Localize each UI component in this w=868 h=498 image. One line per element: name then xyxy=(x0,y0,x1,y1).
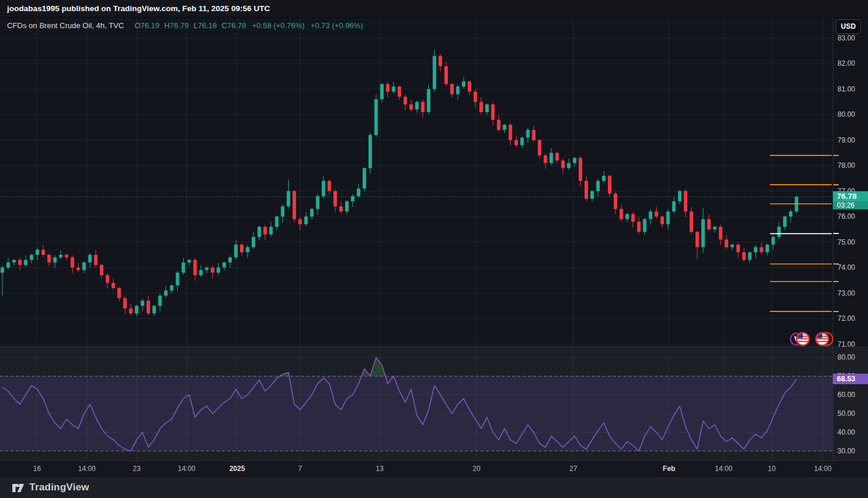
candle-up xyxy=(549,153,553,163)
rsi-tick-label: 80.00 xyxy=(837,353,855,361)
candle-up xyxy=(415,102,418,110)
candle-up xyxy=(12,260,16,262)
us-flag-event-icon[interactable] xyxy=(815,332,833,346)
candle-up xyxy=(374,99,378,135)
candle-up xyxy=(24,260,28,265)
time-scale[interactable]: 1614:002314:0020257132027Feb14:001014:00 xyxy=(0,460,868,476)
candle-down xyxy=(298,219,302,225)
candle-up xyxy=(176,273,180,286)
candle-up xyxy=(626,214,629,219)
event-icons-canvas[interactable] xyxy=(786,330,833,348)
price-tick-label: 81.00 xyxy=(837,85,855,93)
candle-down xyxy=(65,255,68,257)
candle-down xyxy=(561,161,565,168)
candle-up xyxy=(380,84,384,99)
candle-up xyxy=(754,247,758,252)
symbol-legend[interactable]: CFDs on Brent Crude Oil, 4h, TVCO76.19H7… xyxy=(7,21,363,32)
candle-up xyxy=(363,168,366,189)
candle-down xyxy=(509,125,512,140)
candle-up xyxy=(392,87,396,92)
time-tick-label: 23 xyxy=(133,465,140,473)
published-info-bar: joodabas1995 published on TradingView.co… xyxy=(0,0,868,18)
candle-down xyxy=(719,227,722,240)
candle-up xyxy=(731,245,734,247)
candle-up xyxy=(777,227,781,237)
time-tick-label: 27 xyxy=(569,465,577,473)
rsi-tick-label: 40.00 xyxy=(837,428,855,436)
ohlc-close-value: 76.78 xyxy=(227,21,246,30)
us-flag-event-icon[interactable] xyxy=(796,332,810,346)
rsi-value-label: 68.53 xyxy=(833,374,868,384)
price-tick-label: 82.00 xyxy=(837,59,855,67)
candle-down xyxy=(94,255,97,265)
ohlc-open-label: O xyxy=(134,21,140,30)
candle-down xyxy=(264,227,267,235)
economic-event-icons[interactable] xyxy=(786,330,833,348)
candle-up xyxy=(345,201,349,211)
candle-down xyxy=(515,140,518,145)
candle-up xyxy=(678,191,681,201)
time-tick-label: 2025 xyxy=(229,465,245,473)
tradingview-logo-icon[interactable] xyxy=(12,481,25,494)
price-pane[interactable] xyxy=(0,18,833,347)
tradingview-brand-text[interactable]: TradingView xyxy=(29,482,89,493)
candle-up xyxy=(596,181,600,191)
candle-down xyxy=(76,267,80,270)
candle-up xyxy=(135,306,139,313)
price-tick-label: 72.00 xyxy=(837,314,855,323)
candle-up xyxy=(252,237,255,247)
candle-up xyxy=(234,245,238,258)
candle-up xyxy=(6,262,10,267)
candle-up xyxy=(602,176,606,181)
candle-down xyxy=(737,245,740,252)
level-line-axis-tick xyxy=(833,263,839,265)
candle-up xyxy=(433,56,436,89)
candle-down xyxy=(608,176,612,194)
level-line-axis-tick xyxy=(833,233,839,234)
candle-down xyxy=(410,104,413,110)
candle-down xyxy=(100,265,103,275)
time-tick-label: 7 xyxy=(298,465,302,473)
price-tick-label: 76.00 xyxy=(837,212,855,221)
symbol-title[interactable]: CFDs on Brent Crude Oil, 4h, TVC xyxy=(7,21,124,30)
candle-down xyxy=(293,191,296,219)
time-tick-label: 14:00 xyxy=(715,465,732,473)
candle-up xyxy=(287,191,291,206)
candle-up xyxy=(357,188,360,196)
candle-down xyxy=(333,191,337,206)
time-tick-label: 10 xyxy=(768,465,775,473)
candle-up xyxy=(181,262,185,272)
candle-up xyxy=(158,296,162,306)
candle-down xyxy=(725,239,728,247)
candle-up xyxy=(765,245,769,252)
candle-up xyxy=(649,212,652,219)
candle-up xyxy=(573,158,576,163)
candle-down xyxy=(48,255,51,262)
currency-toggle-button[interactable]: USD xyxy=(836,19,861,34)
candle-down xyxy=(579,158,582,181)
price-tick-label: 74.00 xyxy=(837,263,855,272)
candle-down xyxy=(631,214,635,222)
candle-down xyxy=(543,155,547,163)
price-scale[interactable]: 83.0082.0081.0080.0079.0078.0077.0076.00… xyxy=(833,18,868,347)
candle-up xyxy=(217,267,220,273)
candle-up xyxy=(322,181,325,196)
candle-down xyxy=(468,82,471,92)
candle-up xyxy=(222,262,226,267)
candle-up xyxy=(170,286,174,291)
candle-down xyxy=(18,260,22,265)
candle-up xyxy=(485,104,489,112)
time-tick-label: 14:00 xyxy=(178,465,195,473)
candle-up xyxy=(771,237,775,245)
candle-down xyxy=(760,247,764,252)
time-tick-label: 14:00 xyxy=(814,465,832,473)
rsi-chart-canvas[interactable] xyxy=(0,347,833,460)
candle-down xyxy=(538,140,541,155)
candle-down xyxy=(112,283,115,288)
candle-up xyxy=(462,82,465,87)
rsi-value-scale[interactable]: 80.0070.0060.0050.0040.0030.00 xyxy=(833,347,868,460)
price-tick-label: 78.00 xyxy=(837,161,855,170)
price-chart-canvas[interactable] xyxy=(0,18,833,347)
candle-down xyxy=(532,130,535,140)
rsi-pane[interactable] xyxy=(0,347,833,460)
